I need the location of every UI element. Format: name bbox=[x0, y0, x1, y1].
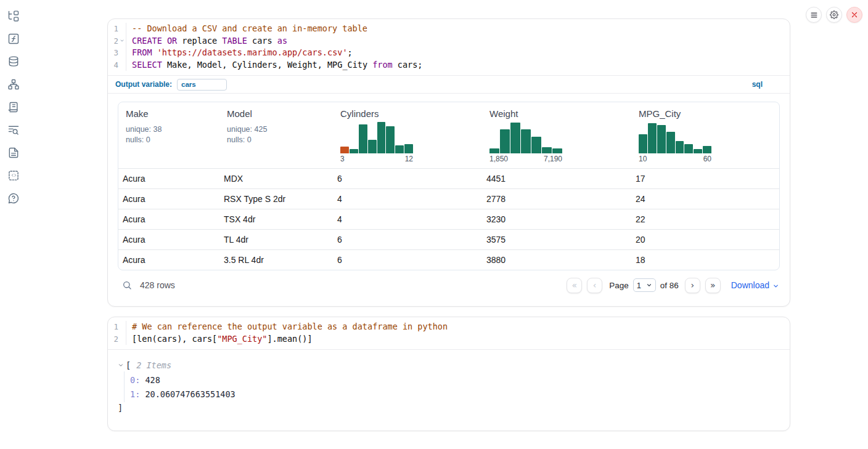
table-row[interactable]: AcuraRSX Type S 2dr4277824 bbox=[118, 188, 779, 209]
column-header-Make[interactable]: Makeunique: 38nulls: 0 bbox=[118, 102, 219, 168]
datasources-icon[interactable] bbox=[7, 55, 20, 68]
code-line[interactable]: 4SELECT Make, Model, Cylinders, Weight, … bbox=[108, 59, 790, 71]
histogram-min-label: 10 bbox=[639, 155, 647, 163]
histogram-bar bbox=[386, 126, 395, 153]
histogram-bar bbox=[703, 146, 711, 153]
table-cell: 3230 bbox=[482, 214, 631, 224]
table-header: Makeunique: 38nulls: 0Modelunique: 425nu… bbox=[118, 102, 779, 168]
histogram-min-label: 3 bbox=[340, 155, 345, 163]
documentation-icon[interactable] bbox=[7, 146, 20, 159]
line-number: 3 bbox=[113, 47, 118, 59]
column-name[interactable]: Cylinders bbox=[340, 108, 477, 119]
select-chevron-icon bbox=[646, 282, 652, 288]
histogram-bar bbox=[694, 149, 702, 153]
sql-cell-output: Makeunique: 38nulls: 0Modelunique: 425nu… bbox=[108, 94, 790, 306]
code-line[interactable]: 3FROM 'https://datasets.marimo.app/cars.… bbox=[108, 47, 790, 59]
histogram-bar bbox=[489, 148, 499, 153]
page-select[interactable]: 1 bbox=[633, 278, 656, 292]
chevron-down-icon bbox=[772, 283, 779, 289]
tree-entry-value: 428 bbox=[140, 375, 160, 385]
table-cell: Acura bbox=[118, 214, 219, 224]
tree-entry: 0: 428 bbox=[130, 373, 780, 387]
code-text[interactable]: CREATE OR replace TABLE cars as bbox=[126, 35, 287, 47]
table-row[interactable]: AcuraTSX 4dr4323022 bbox=[118, 209, 779, 229]
column-header-Weight[interactable]: Weight1,8507,190 bbox=[482, 102, 631, 168]
table-cell: 6 bbox=[333, 255, 482, 265]
histogram-bar bbox=[552, 148, 562, 153]
histogram-max-label: 7,190 bbox=[544, 155, 562, 163]
histogram-bar bbox=[531, 137, 541, 153]
next-page-button[interactable]: › bbox=[685, 278, 700, 293]
line-number: 2 bbox=[113, 333, 118, 346]
column-name[interactable]: Make bbox=[126, 108, 215, 119]
histogram-bar bbox=[510, 123, 520, 153]
histogram-bar bbox=[368, 140, 377, 153]
shutdown-button[interactable] bbox=[846, 7, 862, 23]
column-histogram: 1060 bbox=[639, 121, 711, 163]
python-cell: 1# We can reference the output variable … bbox=[107, 317, 790, 431]
code-text[interactable]: [len(cars), cars["MPG_City"].mean()] bbox=[126, 333, 313, 346]
histogram-bar bbox=[657, 125, 666, 153]
code-line[interactable]: 1-- Download a CSV and create an in-memo… bbox=[108, 23, 790, 35]
table-row[interactable]: AcuraMDX6445117 bbox=[118, 168, 779, 188]
tree-entries: 0: 4281: 20.060747663551403 bbox=[124, 371, 780, 402]
gear-icon bbox=[830, 10, 838, 19]
line-gutter: 3 bbox=[108, 47, 126, 59]
column-header-Model[interactable]: Modelunique: 425nulls: 0 bbox=[219, 102, 333, 168]
histogram-bar bbox=[666, 132, 675, 153]
tree-entry-value: 20.060747663551403 bbox=[140, 389, 235, 399]
code-line[interactable]: 1# We can reference the output variable … bbox=[108, 321, 790, 333]
code-line[interactable]: 2[len(cars), cars["MPG_City"].mean()] bbox=[108, 333, 790, 346]
file-explorer-icon[interactable] bbox=[7, 9, 20, 22]
sql-code-editor[interactable]: 1-- Download a CSV and create an in-memo… bbox=[108, 19, 790, 75]
line-number: 1 bbox=[113, 321, 118, 333]
settings-button[interactable] bbox=[826, 7, 842, 23]
pagination: « ‹ Page 1 of 86 › » Download bbox=[567, 278, 780, 293]
snippets-icon[interactable] bbox=[7, 169, 20, 182]
code-text[interactable]: SELECT Make, Model, Cylinders, Weight, M… bbox=[126, 59, 422, 71]
output-variable-label: Output variable: bbox=[115, 80, 172, 89]
column-stats: unique: 425nulls: 0 bbox=[227, 124, 328, 145]
language-badge[interactable]: sql bbox=[752, 80, 782, 89]
table-cell: 24 bbox=[631, 194, 780, 204]
download-button[interactable]: Download bbox=[731, 280, 779, 290]
column-stats: unique: 38nulls: 0 bbox=[126, 124, 215, 145]
table-cell: 6 bbox=[333, 235, 482, 245]
last-page-button[interactable]: » bbox=[705, 278, 721, 293]
histogram-max-label: 60 bbox=[703, 155, 711, 163]
code-line[interactable]: 2CREATE OR replace TABLE cars as bbox=[108, 35, 790, 47]
column-name[interactable]: MPG_City bbox=[639, 108, 776, 119]
search-icon[interactable] bbox=[122, 280, 132, 290]
histogram-bar bbox=[639, 134, 647, 153]
logs-icon[interactable] bbox=[7, 123, 20, 136]
line-gutter: 1 bbox=[108, 321, 126, 333]
column-name[interactable]: Model bbox=[227, 108, 328, 119]
column-header-Cylinders[interactable]: Cylinders312 bbox=[333, 102, 482, 168]
collapse-chevron-icon[interactable] bbox=[118, 362, 126, 368]
column-header-MPG_City[interactable]: MPG_City1060 bbox=[631, 102, 780, 168]
table-body: AcuraMDX6445117AcuraRSX Type S 2dr427782… bbox=[118, 168, 779, 270]
help-icon[interactable] bbox=[7, 192, 20, 204]
close-bracket: ] bbox=[118, 402, 780, 414]
code-text[interactable]: FROM 'https://datasets.marimo.app/cars.c… bbox=[126, 47, 353, 59]
code-text[interactable]: # We can reference the output variable a… bbox=[126, 321, 448, 333]
prev-page-button[interactable]: ‹ bbox=[587, 278, 602, 293]
output-variable-input[interactable]: cars bbox=[177, 79, 227, 91]
table-row[interactable]: AcuraTL 4dr6357520 bbox=[118, 229, 779, 249]
table-cell: 4451 bbox=[482, 174, 631, 184]
histogram-bar bbox=[542, 147, 552, 153]
dependency-graph-icon[interactable] bbox=[7, 78, 20, 91]
menu-button[interactable] bbox=[806, 7, 822, 23]
functions-icon[interactable] bbox=[7, 32, 20, 45]
histogram-bar bbox=[395, 145, 404, 153]
tree-entry: 1: 20.060747663551403 bbox=[130, 387, 780, 402]
table-cell: Acura bbox=[118, 194, 219, 204]
scratchpad-icon[interactable] bbox=[7, 100, 20, 113]
python-code-editor[interactable]: 1# We can reference the output variable … bbox=[108, 317, 790, 349]
column-name[interactable]: Weight bbox=[489, 108, 626, 119]
first-page-button[interactable]: « bbox=[567, 278, 582, 293]
python-cell-output: [ 2 Items 0: 4281: 20.060747663551403 ] bbox=[108, 349, 790, 431]
code-text[interactable]: -- Download a CSV and create an in-memor… bbox=[126, 23, 367, 35]
table-row[interactable]: Acura3.5 RL 4dr6388018 bbox=[118, 249, 779, 270]
fold-chevron-icon[interactable] bbox=[118, 38, 125, 43]
